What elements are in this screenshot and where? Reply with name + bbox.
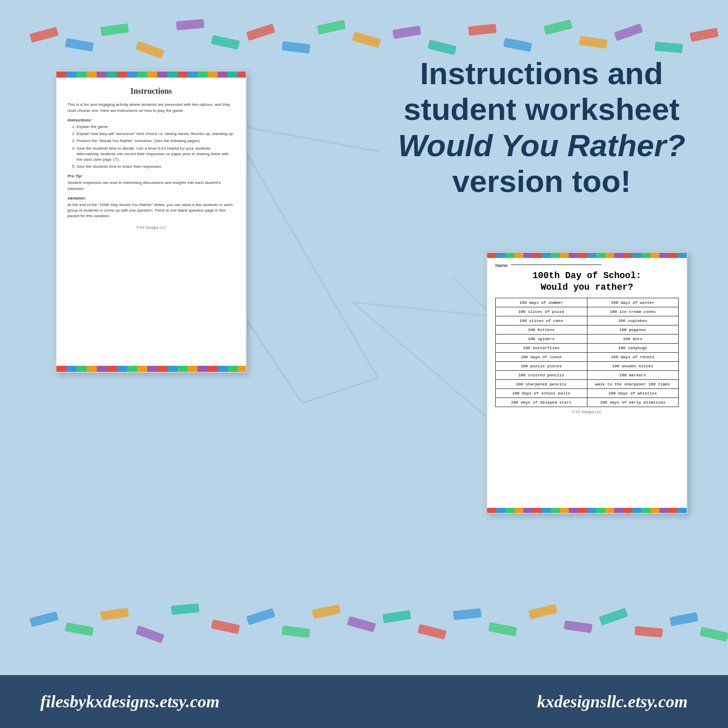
- right-heading: Instructions and student worksheet Would…: [385, 55, 698, 199]
- table-cell-8-1: 100 markers: [587, 370, 679, 379]
- table-row: 100 butterflies100 ladybugs: [496, 343, 679, 352]
- table-cell-5-0: 100 butterflies: [496, 343, 587, 352]
- instructions-step-2: Explain how they will "announce" their c…: [77, 131, 235, 137]
- table-row: 100 puzzle pieces100 wooden blocks: [496, 361, 679, 370]
- variation-text: At the end of the "100th Day Would You R…: [68, 202, 235, 219]
- table-cell-2-1: 100 cupcakes: [587, 316, 679, 325]
- table-row: 100 days of school bells100 days of whis…: [496, 388, 679, 398]
- instructions-steps: Explain the game. Explain how they will …: [77, 124, 235, 169]
- instructions-intro: This is a fun and engaging activity wher…: [68, 102, 235, 113]
- table-row: 100 sharpened pencilswalk to the sharpen…: [496, 379, 679, 388]
- table-cell-10-0: 100 days of school bells: [496, 388, 587, 398]
- table-row: 100 spiders100 ants: [496, 334, 679, 343]
- variation-label: Variation:: [68, 195, 235, 201]
- table-row: 100 slices of cake100 cupcakes: [496, 316, 679, 325]
- table-cell-10-1: 100 days of whistles: [587, 388, 679, 398]
- worksheet-copyright: © KX Designs LLC: [495, 410, 679, 414]
- table-cell-11-0: 100 days of delayed start: [496, 398, 587, 407]
- name-line-container: Name:: [495, 260, 679, 269]
- name-label: Name:: [495, 263, 509, 268]
- table-row: 100 days of delayed start100 days of ear…: [496, 398, 679, 407]
- footer-bar: filesbykxdesigns.etsy.com kxdesignsllc.e…: [0, 675, 728, 728]
- pro-tip-text: Student responses can lead to interestin…: [68, 180, 235, 191]
- instructions-document: Instructions This is a fun and engaging …: [55, 71, 247, 373]
- worksheet-title: 100th Day of School: Would you rather?: [495, 270, 679, 294]
- worksheet-title-line1: 100th Day of School:: [495, 270, 679, 282]
- worksheet-title-line2: Would you rather?: [495, 282, 679, 293]
- table-row: 100 slices of pizza100 ice cream cones: [496, 307, 679, 316]
- table-cell-5-1: 100 ladybugs: [587, 343, 679, 352]
- heading-line4: version too!: [452, 164, 631, 198]
- table-row: 100 days of lunch100 days of recess: [496, 352, 679, 361]
- table-cell-9-1: walk to the sharpener 100 times: [587, 379, 679, 388]
- table-cell-1-0: 100 slices of pizza: [496, 307, 587, 316]
- svg-line-3: [302, 378, 378, 403]
- table-row: 100 days of summer100 days of winter: [496, 298, 679, 307]
- table-cell-0-1: 100 days of winter: [587, 298, 679, 307]
- heading-line2: student worksheet: [404, 92, 680, 126]
- table-cell-4-1: 100 ants: [587, 334, 679, 343]
- table-cell-3-0: 100 Kittens: [496, 325, 587, 334]
- table-cell-1-1: 100 ice cream cones: [587, 307, 679, 316]
- table-cell-9-0: 100 sharpened pencils: [496, 379, 587, 388]
- table-cell-11-1: 100 days of early dismissal: [587, 398, 679, 407]
- table-cell-2-0: 100 slices of cake: [496, 316, 587, 325]
- table-row: 100 Kittens100 puppies: [496, 325, 679, 334]
- pro-tip-label: Pro Tip:: [68, 173, 235, 179]
- heading-line3: Would You Rather?: [398, 128, 686, 163]
- table-cell-3-1: 100 puppies: [587, 325, 679, 334]
- table-row: 100 colored pencils100 markers: [496, 370, 679, 379]
- table-cell-6-0: 100 days of lunch: [496, 352, 587, 361]
- table-cell-6-1: 100 days of recess: [587, 352, 679, 361]
- instructions-copyright: © KX Designs LLC: [68, 225, 235, 230]
- heading-line1: Instructions and: [420, 56, 663, 91]
- table-cell-7-0: 100 puzzle pieces: [496, 361, 587, 370]
- table-cell-8-0: 100 colored pencils: [496, 370, 587, 379]
- instructions-step-3: Present the "Would You Rather" scenarios…: [77, 138, 235, 144]
- instructions-step-5: Give the students time to share their re…: [77, 164, 235, 169]
- instructions-title: Instructions: [68, 86, 235, 97]
- footer-left-text: filesbykxdesigns.etsy.com: [40, 692, 220, 711]
- table-cell-7-1: 100 wooden blocks: [587, 361, 679, 370]
- instructions-step-4: Give the students time to decide. Use a …: [77, 146, 235, 163]
- table-cell-4-0: 100 spiders: [496, 334, 587, 343]
- instructions-step-1: Explain the game.: [77, 124, 235, 129]
- name-input-line: [511, 264, 602, 265]
- table-cell-0-0: 100 days of summer: [496, 298, 587, 307]
- worksheet-table: 100 days of summer100 days of winter100 …: [495, 298, 679, 407]
- instructions-label: Instructions:: [68, 117, 235, 123]
- main-area: Instructions and student worksheet Would…: [0, 0, 728, 675]
- worksheet-document: Name: 100th Day of School: Would you rat…: [486, 252, 688, 514]
- footer-right-text: kxdesignsllc.etsy.com: [537, 692, 688, 711]
